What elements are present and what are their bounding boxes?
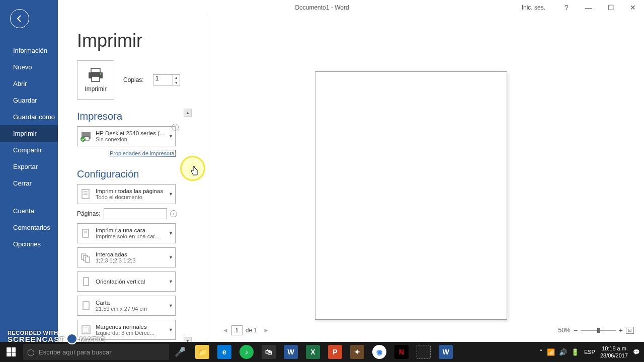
settings-scrollbar[interactable]: ▲ ▼ — [184, 109, 192, 345]
svg-rect-16 — [86, 257, 90, 262]
backstage-sidebar: InformaciónNuevoAbrirGuardarGuardar como… — [0, 0, 58, 362]
chevron-down-icon: ▼ — [169, 231, 173, 236]
chevron-down-icon: ▼ — [169, 303, 173, 308]
titlebar: Documento1 - Word Inic. ses. ? — ☐ ✕ — [0, 0, 644, 15]
prev-page-button[interactable]: ◄ — [219, 327, 231, 334]
main-content: Imprimir Imprimir Copias: ▲ ▼ — [58, 15, 644, 339]
sides-dropdown[interactable]: Imprimir a una cara Imprime solo en una … — [77, 223, 176, 243]
zoom-in-button[interactable]: + — [619, 326, 623, 334]
recorder-watermark: SCREENCAST MATIC — [8, 333, 106, 344]
pages-label: Páginas: — [77, 210, 101, 217]
svg-rect-17 — [84, 278, 89, 286]
printer-status: Sin conexión — [96, 136, 167, 142]
fit-page-button[interactable]: ⊡ — [626, 327, 634, 334]
powerpoint-app[interactable]: P — [324, 342, 346, 362]
chevron-down-icon: ▼ — [169, 255, 173, 260]
file-explorer-app[interactable]: 📁 — [191, 342, 213, 362]
copies-input[interactable] — [155, 75, 173, 82]
sidebar-item-compartir[interactable]: Compartir — [0, 142, 58, 158]
battery-icon[interactable]: 🔋 — [571, 348, 579, 356]
clock[interactable]: 10:18 a.m. 28/06/2017 — [600, 345, 628, 359]
recorder-logo-icon — [66, 333, 77, 344]
svg-rect-2 — [92, 76, 100, 81]
spotify-app[interactable]: ♪ — [235, 342, 258, 362]
chevron-down-icon: ▼ — [169, 279, 173, 284]
svg-rect-0 — [91, 68, 100, 72]
scroll-up-button[interactable]: ▲ — [184, 109, 192, 117]
tray-chevron-icon[interactable]: ˄ — [539, 348, 543, 356]
notifications-icon[interactable]: 💬 — [633, 349, 640, 355]
printer-dropdown[interactable]: HP Deskjet 2540 series (R... Sin conexió… — [77, 126, 176, 146]
collate-dropdown[interactable]: Intercaladas 1;2;3 1;2;3 1;2;3 ▼ — [77, 247, 176, 267]
volume-icon[interactable]: 🔊 — [559, 348, 567, 356]
printer-name: HP Deskjet 2540 series (R... — [96, 130, 167, 136]
svg-rect-19 — [82, 326, 90, 334]
back-button[interactable] — [10, 9, 29, 28]
sidebar-item-nuevo[interactable]: Nuevo — [0, 59, 58, 75]
sidebar-item-cuenta[interactable]: Cuenta — [0, 203, 58, 219]
next-page-button[interactable]: ► — [260, 327, 272, 334]
minimize-button[interactable]: — — [578, 0, 600, 15]
document-title: Documento1 - Word — [295, 4, 349, 11]
page-number-input[interactable] — [231, 325, 243, 335]
app-unknown[interactable]: ✦ — [346, 342, 368, 362]
word-running-app[interactable]: W — [435, 342, 457, 362]
print-button[interactable]: Imprimir — [77, 60, 114, 100]
netflix-app[interactable]: N — [390, 342, 413, 362]
page-preview — [315, 71, 507, 320]
printer-status-icon — [79, 130, 93, 143]
portrait-icon — [79, 275, 93, 288]
chevron-down-icon: ▼ — [169, 192, 173, 197]
word-app[interactable]: W — [280, 342, 302, 362]
sidebar-item-cerrar[interactable]: Cerrar — [0, 175, 58, 192]
sidebar-item-abrir[interactable]: Abrir — [0, 75, 58, 92]
print-preview-area: ◄ de 1 ► 50% − + ⊡ — [209, 15, 644, 339]
orientation-dropdown[interactable]: Orientación vertical ▼ — [77, 272, 176, 292]
one-sided-icon — [79, 227, 93, 240]
zoom-percent: 50% — [558, 327, 571, 334]
copies-down[interactable]: ▼ — [173, 80, 180, 85]
network-icon[interactable]: 📶 — [547, 348, 555, 356]
language-indicator[interactable]: ESP — [584, 349, 595, 355]
windows-icon — [7, 347, 16, 356]
zoom-out-button[interactable]: − — [574, 326, 578, 334]
close-button[interactable]: ✕ — [622, 0, 644, 15]
sidebar-item-información[interactable]: Información — [0, 42, 58, 59]
chevron-down-icon: ▼ — [169, 134, 173, 139]
cortana-icon: ◯ — [27, 348, 35, 356]
sidebar-item-comentarios[interactable]: Comentarios — [0, 219, 58, 236]
copies-stepper[interactable]: ▲ ▼ — [153, 74, 180, 85]
page-of-label: de 1 — [246, 327, 257, 334]
recorder-app[interactable] — [413, 342, 435, 362]
svg-point-6 — [80, 137, 86, 142]
zoom-slider[interactable] — [581, 330, 616, 331]
chevron-down-icon: ▼ — [169, 327, 173, 332]
paper-icon — [79, 299, 93, 312]
print-settings-panel: Imprimir Imprimir Copias: ▲ ▼ — [58, 15, 209, 339]
print-button-label: Imprimir — [85, 85, 106, 93]
paper-size-dropdown[interactable]: Carta 21.59 cm x 27.94 cm ▼ — [77, 296, 176, 316]
page-title: Imprimir — [77, 30, 209, 51]
copies-up[interactable]: ▲ — [173, 75, 180, 80]
mic-icon[interactable]: 🎤 — [169, 342, 191, 362]
sidebar-item-guardar-como[interactable]: Guardar como — [0, 109, 58, 125]
system-tray[interactable]: ˄ 📶 🔊 🔋 — [539, 348, 579, 356]
print-what-dropdown[interactable]: Imprimir todas las páginas Todo el docum… — [77, 184, 176, 204]
sidebar-item-imprimir[interactable]: Imprimir — [0, 125, 58, 142]
printer-properties-link[interactable]: Propiedades de impresora — [109, 150, 176, 157]
chrome-app[interactable]: ◉ — [368, 342, 390, 362]
pages-help-icon[interactable]: i — [170, 210, 177, 217]
svg-rect-11 — [83, 229, 89, 237]
maximize-button[interactable]: ☐ — [600, 0, 622, 15]
sidebar-item-opciones[interactable]: Opciones — [0, 236, 58, 252]
excel-app[interactable]: X — [302, 342, 324, 362]
taskbar-search[interactable]: ◯ Escribe aquí para buscar — [23, 344, 169, 360]
start-button[interactable] — [0, 342, 22, 362]
sidebar-item-guardar[interactable]: Guardar — [0, 92, 58, 109]
store-app[interactable]: 🛍 — [258, 342, 280, 362]
edge-app[interactable]: e — [213, 342, 235, 362]
sidebar-item-exportar[interactable]: Exportar — [0, 158, 58, 175]
sign-in-link[interactable]: Inic. ses. — [522, 4, 545, 11]
pages-input[interactable] — [104, 208, 167, 219]
help-button[interactable]: ? — [555, 0, 578, 15]
